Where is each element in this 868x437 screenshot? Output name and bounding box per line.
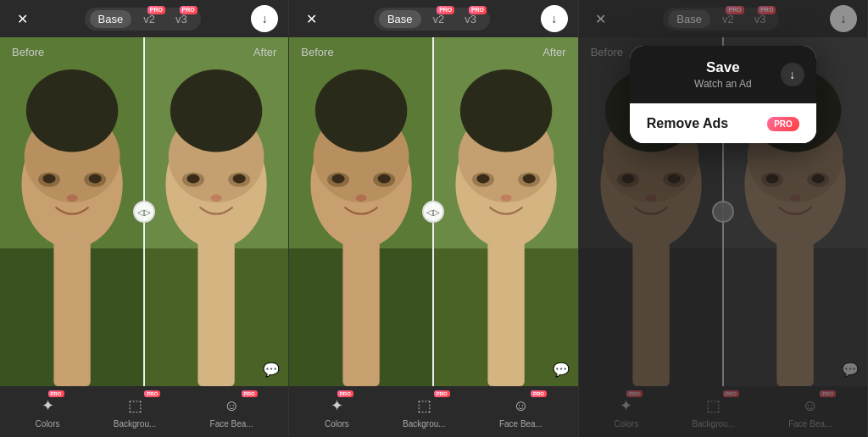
remove-ads-label: Remove Ads	[647, 116, 728, 131]
image-comparison-area: Before After	[0, 37, 288, 386]
facebea-tool-2[interactable]: ☺ PRO Face Bea...	[499, 395, 542, 429]
close-icon-2: ✕	[306, 11, 317, 27]
tab-v3-2[interactable]: v3 PRO	[456, 10, 485, 28]
handle-arrows: ◁▷	[137, 207, 151, 217]
panel-1-header: ✕ Base v2 PRO v3 PRO ↓	[0, 0, 288, 37]
facebea-label: Face Bea...	[210, 419, 253, 429]
background-label: Backgrou...	[114, 419, 157, 429]
tab-base[interactable]: Base	[90, 10, 132, 28]
svg-point-7	[42, 174, 55, 184]
svg-point-15	[170, 69, 262, 152]
panel-1: ✕ Base v2 PRO v3 PRO ↓ Before After	[0, 0, 289, 437]
background-icon: ⬚	[124, 395, 146, 417]
remove-ads-button[interactable]: Remove Ads PRO	[630, 104, 816, 143]
after-label-2: After	[542, 46, 565, 58]
colors-pro-badge: PRO	[48, 390, 64, 397]
save-watch-ad-button[interactable]: Save Watch an Ad ↓	[630, 46, 816, 103]
close-button[interactable]: ✕	[10, 7, 34, 30]
svg-point-37	[459, 69, 551, 152]
facebea-icon-2: ☺	[509, 395, 531, 417]
version-tabs-2: Base v2 PRO v3 PRO	[374, 8, 490, 30]
facebea-icon: ☺	[220, 395, 242, 417]
colors-label: Colors	[36, 419, 60, 429]
remove-ads-pro-badge: PRO	[767, 117, 799, 131]
background-pro-badge-2: PRO	[434, 390, 450, 397]
svg-point-30	[378, 174, 391, 184]
before-image	[0, 37, 144, 386]
facebea-tool[interactable]: ☺ PRO Face Bea...	[210, 395, 253, 429]
panel-2-header: ✕ Base v2 PRO v3 PRO ↓	[289, 0, 577, 37]
download-button-2[interactable]: ↓	[541, 5, 568, 32]
panel-2: ✕ Base v2 PRO v3 PRO ↓ Before After	[289, 0, 578, 437]
facebea-label-2: Face Bea...	[499, 419, 542, 429]
divider-handle[interactable]: ◁▷	[133, 201, 155, 223]
download-arrow: ↓	[789, 68, 795, 81]
background-pro-badge: PRO	[144, 390, 160, 397]
after-image	[144, 37, 288, 386]
svg-point-41	[522, 174, 535, 184]
save-popup-card: Save Watch an Ad ↓ Remove Ads PRO	[630, 46, 816, 143]
colors-icon: ✦	[36, 395, 58, 417]
svg-point-19	[233, 174, 246, 184]
svg-point-8	[89, 174, 102, 184]
handle-arrows-2: ◁▷	[426, 207, 440, 217]
svg-point-20	[211, 194, 222, 202]
svg-rect-21	[198, 240, 235, 386]
colors-icon-2: ✦	[326, 395, 348, 417]
save-popup-overlay: Save Watch an Ad ↓ Remove Ads PRO	[579, 0, 867, 437]
tab-base-2[interactable]: Base	[379, 10, 421, 28]
after-label: After	[253, 46, 276, 58]
facebea-pro-badge: PRO	[242, 390, 258, 397]
svg-rect-43	[487, 240, 524, 386]
pro-badge-v3-2: PRO	[469, 6, 487, 14]
background-icon-2: ⬚	[413, 395, 435, 417]
download-icon: ↓	[262, 12, 268, 25]
pro-badge-v2: PRO	[147, 6, 165, 14]
background-tool-2[interactable]: ⬚ PRO Backgrou...	[403, 395, 446, 429]
background-label-2: Backgrou...	[403, 419, 446, 429]
svg-point-9	[67, 194, 78, 202]
svg-point-18	[187, 174, 200, 184]
chat-icon-2[interactable]: 💬	[553, 362, 570, 378]
panel-3: ✕ Base v2 PRO v3 PRO ↓ Before	[579, 0, 868, 437]
svg-point-26	[315, 69, 407, 152]
bottom-toolbar-2: ✦ PRO Colors ⬚ PRO Backgrou... ☺ PRO Fac…	[289, 386, 577, 437]
colors-pro-badge-2: PRO	[337, 390, 353, 397]
close-icon: ✕	[17, 11, 28, 27]
tab-v2[interactable]: v2 PRO	[135, 10, 164, 28]
before-label-2: Before	[301, 46, 333, 58]
image-comparison-area-2: Before After	[289, 37, 577, 386]
version-tabs: Base v2 PRO v3 PRO	[85, 8, 201, 30]
chat-icon[interactable]: 💬	[263, 362, 280, 378]
save-subtitle: Watch an Ad	[694, 78, 752, 90]
svg-rect-32	[343, 240, 380, 386]
colors-tool-2[interactable]: ✦ PRO Colors	[325, 395, 349, 429]
colors-label-2: Colors	[325, 419, 349, 429]
svg-point-29	[332, 174, 345, 184]
svg-point-40	[476, 174, 489, 184]
facebea-pro-badge-2: PRO	[531, 390, 547, 397]
save-content: Save Watch an Ad	[694, 59, 752, 90]
bottom-toolbar: ✦ PRO Colors ⬚ PRO Backgrou... ☺ PRO Fac…	[0, 386, 288, 437]
download-button[interactable]: ↓	[251, 5, 278, 32]
divider-handle-2[interactable]: ◁▷	[422, 201, 444, 223]
tab-v3[interactable]: v3 PRO	[167, 10, 196, 28]
svg-point-42	[500, 194, 511, 202]
background-tool[interactable]: ⬚ PRO Backgrou...	[114, 395, 157, 429]
before-label: Before	[12, 46, 44, 58]
pro-badge-v2-2: PRO	[437, 6, 454, 14]
before-image-2	[289, 37, 433, 386]
colors-tool[interactable]: ✦ PRO Colors	[36, 395, 60, 429]
svg-rect-10	[53, 240, 90, 386]
tab-v2-2[interactable]: v2 PRO	[425, 10, 453, 28]
close-button-2[interactable]: ✕	[299, 7, 323, 30]
svg-point-31	[356, 194, 367, 202]
save-title: Save	[706, 59, 740, 76]
after-image-2	[434, 37, 578, 386]
popup-download-icon: ↓	[781, 63, 804, 86]
pro-badge-v3: PRO	[180, 6, 198, 14]
svg-point-4	[26, 69, 118, 152]
download-icon-2: ↓	[551, 12, 557, 25]
